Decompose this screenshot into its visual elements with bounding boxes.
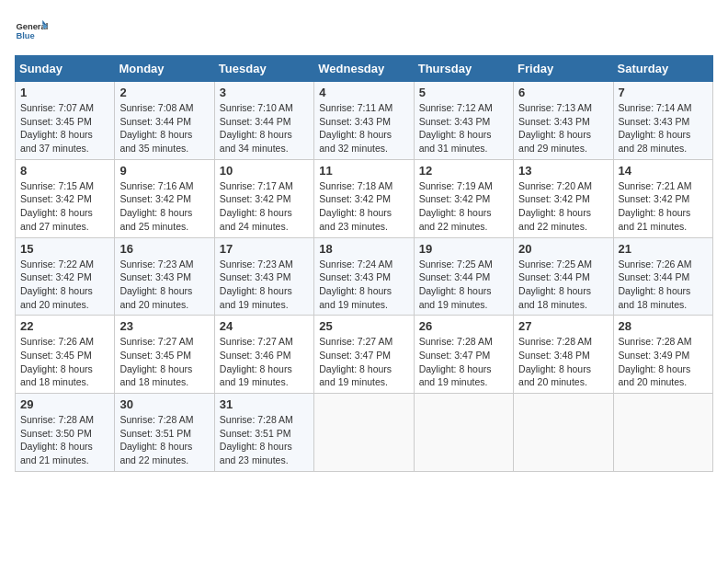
day-number: 14	[619, 164, 708, 178]
day-cell: 7 Sunrise: 7:14 AMSunset: 3:43 PMDayligh…	[613, 82, 712, 160]
day-detail: Sunrise: 7:10 AMSunset: 3:44 PMDaylight:…	[220, 102, 293, 154]
day-number: 21	[619, 242, 708, 256]
day-detail: Sunrise: 7:24 AMSunset: 3:43 PMDaylight:…	[319, 259, 392, 310]
day-number: 16	[119, 242, 209, 256]
day-cell: 23 Sunrise: 7:27 AMSunset: 3:45 PMDaylig…	[115, 316, 214, 394]
day-cell: 10 Sunrise: 7:17 AMSunset: 3:42 PMDaylig…	[214, 159, 313, 237]
day-detail: Sunrise: 7:15 AMSunset: 3:42 PMDaylight:…	[20, 180, 94, 232]
day-cell: 18 Sunrise: 7:24 AMSunset: 3:43 PMDaylig…	[314, 237, 414, 316]
day-detail: Sunrise: 7:28 AMSunset: 3:51 PMDaylight:…	[220, 414, 293, 465]
day-cell: 2 Sunrise: 7:08 AMSunset: 3:44 PMDayligh…	[115, 82, 214, 160]
day-cell: 1 Sunrise: 7:07 AMSunset: 3:45 PMDayligh…	[16, 82, 115, 160]
day-number: 2	[119, 86, 209, 99]
col-header-monday: Monday	[115, 56, 214, 82]
svg-text:Blue: Blue	[16, 31, 34, 40]
day-cell	[414, 394, 513, 472]
day-number: 22	[20, 319, 109, 333]
col-header-saturday: Saturday	[613, 56, 712, 82]
day-cell: 21 Sunrise: 7:26 AMSunset: 3:44 PMDaylig…	[613, 237, 712, 316]
day-detail: Sunrise: 7:22 AMSunset: 3:42 PMDaylight:…	[20, 259, 94, 310]
day-number: 27	[518, 319, 608, 333]
day-number: 17	[220, 242, 309, 256]
day-cell: 28 Sunrise: 7:28 AMSunset: 3:49 PMDaylig…	[613, 316, 712, 394]
day-cell: 5 Sunrise: 7:12 AMSunset: 3:43 PMDayligh…	[414, 82, 513, 160]
day-cell: 13 Sunrise: 7:20 AMSunset: 3:42 PMDaylig…	[514, 159, 613, 237]
day-number: 30	[119, 397, 209, 411]
week-row-4: 22 Sunrise: 7:26 AMSunset: 3:45 PMDaylig…	[16, 316, 713, 394]
day-detail: Sunrise: 7:27 AMSunset: 3:45 PMDaylight:…	[119, 336, 193, 387]
day-cell: 20 Sunrise: 7:25 AMSunset: 3:44 PMDaylig…	[514, 237, 613, 316]
day-number: 23	[119, 319, 209, 333]
day-detail: Sunrise: 7:23 AMSunset: 3:43 PMDaylight:…	[220, 259, 293, 310]
day-cell: 9 Sunrise: 7:16 AMSunset: 3:42 PMDayligh…	[115, 159, 214, 237]
day-number: 26	[419, 319, 508, 333]
day-detail: Sunrise: 7:27 AMSunset: 3:47 PMDaylight:…	[319, 336, 392, 387]
day-number: 18	[319, 242, 408, 256]
day-detail: Sunrise: 7:26 AMSunset: 3:45 PMDaylight:…	[20, 336, 94, 387]
day-cell: 24 Sunrise: 7:27 AMSunset: 3:46 PMDaylig…	[214, 316, 313, 394]
day-cell	[314, 394, 414, 472]
day-detail: Sunrise: 7:27 AMSunset: 3:46 PMDaylight:…	[220, 336, 293, 387]
day-cell: 27 Sunrise: 7:28 AMSunset: 3:48 PMDaylig…	[514, 316, 613, 394]
day-detail: Sunrise: 7:20 AMSunset: 3:42 PMDaylight:…	[518, 180, 592, 232]
day-number: 19	[419, 242, 508, 256]
day-cell: 16 Sunrise: 7:23 AMSunset: 3:43 PMDaylig…	[115, 237, 214, 316]
day-detail: Sunrise: 7:21 AMSunset: 3:42 PMDaylight:…	[619, 180, 692, 232]
day-cell: 12 Sunrise: 7:19 AMSunset: 3:42 PMDaylig…	[414, 159, 513, 237]
day-cell: 6 Sunrise: 7:13 AMSunset: 3:43 PMDayligh…	[514, 82, 613, 160]
day-cell: 22 Sunrise: 7:26 AMSunset: 3:45 PMDaylig…	[16, 316, 115, 394]
day-detail: Sunrise: 7:13 AMSunset: 3:43 PMDaylight:…	[518, 102, 592, 154]
day-detail: Sunrise: 7:07 AMSunset: 3:45 PMDaylight:…	[20, 102, 94, 154]
day-number: 28	[619, 319, 708, 333]
day-cell: 25 Sunrise: 7:27 AMSunset: 3:47 PMDaylig…	[314, 316, 414, 394]
day-cell: 4 Sunrise: 7:11 AMSunset: 3:43 PMDayligh…	[314, 82, 414, 160]
col-header-wednesday: Wednesday	[314, 56, 414, 82]
day-cell: 31 Sunrise: 7:28 AMSunset: 3:51 PMDaylig…	[214, 394, 313, 472]
day-number: 29	[20, 397, 109, 411]
day-cell: 11 Sunrise: 7:18 AMSunset: 3:42 PMDaylig…	[314, 159, 414, 237]
day-detail: Sunrise: 7:11 AMSunset: 3:43 PMDaylight:…	[319, 102, 392, 154]
col-header-friday: Friday	[514, 56, 613, 82]
logo: General Blue	[15, 15, 48, 48]
day-detail: Sunrise: 7:25 AMSunset: 3:44 PMDaylight:…	[419, 259, 493, 310]
day-detail: Sunrise: 7:26 AMSunset: 3:44 PMDaylight:…	[619, 259, 692, 310]
week-row-2: 8 Sunrise: 7:15 AMSunset: 3:42 PMDayligh…	[16, 159, 713, 237]
day-cell: 26 Sunrise: 7:28 AMSunset: 3:47 PMDaylig…	[414, 316, 513, 394]
day-cell: 30 Sunrise: 7:28 AMSunset: 3:51 PMDaylig…	[115, 394, 214, 472]
day-detail: Sunrise: 7:12 AMSunset: 3:43 PMDaylight:…	[419, 102, 493, 154]
day-detail: Sunrise: 7:25 AMSunset: 3:44 PMDaylight:…	[518, 259, 592, 310]
day-cell: 8 Sunrise: 7:15 AMSunset: 3:42 PMDayligh…	[16, 159, 115, 237]
day-number: 13	[518, 164, 608, 178]
day-detail: Sunrise: 7:28 AMSunset: 3:48 PMDaylight:…	[518, 336, 592, 387]
logo-icon: General Blue	[15, 15, 48, 48]
day-number: 5	[419, 86, 508, 99]
day-number: 25	[319, 319, 408, 333]
week-row-1: 1 Sunrise: 7:07 AMSunset: 3:45 PMDayligh…	[16, 82, 713, 160]
day-detail: Sunrise: 7:19 AMSunset: 3:42 PMDaylight:…	[419, 180, 493, 232]
col-header-thursday: Thursday	[414, 56, 513, 82]
day-number: 11	[319, 164, 408, 178]
day-number: 3	[220, 86, 309, 99]
day-number: 12	[419, 164, 508, 178]
day-detail: Sunrise: 7:28 AMSunset: 3:49 PMDaylight:…	[619, 336, 692, 387]
day-cell: 19 Sunrise: 7:25 AMSunset: 3:44 PMDaylig…	[414, 237, 513, 316]
day-number: 7	[619, 86, 708, 99]
day-detail: Sunrise: 7:18 AMSunset: 3:42 PMDaylight:…	[319, 180, 392, 232]
col-header-sunday: Sunday	[16, 56, 115, 82]
day-cell	[514, 394, 613, 472]
day-detail: Sunrise: 7:16 AMSunset: 3:42 PMDaylight:…	[119, 180, 193, 232]
col-header-tuesday: Tuesday	[214, 56, 313, 82]
day-number: 4	[319, 86, 408, 99]
day-cell: 14 Sunrise: 7:21 AMSunset: 3:42 PMDaylig…	[613, 159, 712, 237]
day-detail: Sunrise: 7:08 AMSunset: 3:44 PMDaylight:…	[119, 102, 193, 154]
day-cell	[613, 394, 712, 472]
day-number: 20	[518, 242, 608, 256]
day-cell: 29 Sunrise: 7:28 AMSunset: 3:50 PMDaylig…	[16, 394, 115, 472]
day-number: 24	[220, 319, 309, 333]
header: General Blue	[15, 15, 713, 48]
day-detail: Sunrise: 7:28 AMSunset: 3:47 PMDaylight:…	[419, 336, 493, 387]
day-detail: Sunrise: 7:28 AMSunset: 3:50 PMDaylight:…	[20, 414, 94, 465]
day-cell: 17 Sunrise: 7:23 AMSunset: 3:43 PMDaylig…	[214, 237, 313, 316]
week-row-3: 15 Sunrise: 7:22 AMSunset: 3:42 PMDaylig…	[16, 237, 713, 316]
day-detail: Sunrise: 7:28 AMSunset: 3:51 PMDaylight:…	[119, 414, 193, 465]
